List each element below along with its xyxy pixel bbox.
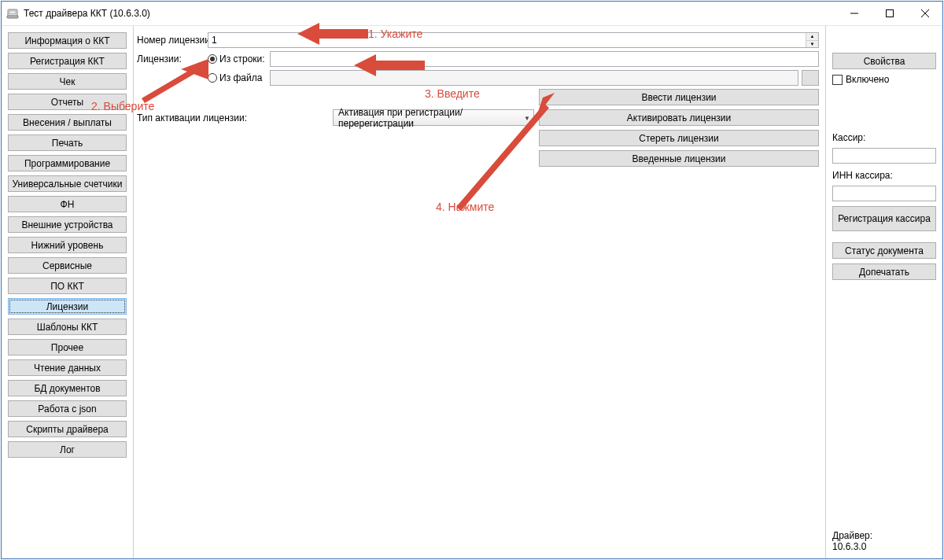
activate-licenses-button[interactable]: Активировать лицензии [539,109,819,126]
sidebar-item-lowlevel[interactable]: Нижний уровень [8,237,127,253]
license-string-input[interactable] [270,51,819,67]
sidebar-item-programming[interactable]: Программирование [8,155,127,171]
sidebar-item-service[interactable]: Сервисные [8,257,127,274]
sidebar-item-licenses[interactable]: Лицензии [8,298,127,315]
spinner-buttons: ▲ ▼ [806,33,818,47]
enabled-checkbox-row[interactable]: Включено [832,74,936,85]
sidebar-item-other[interactable]: Прочее [8,339,127,356]
sidebar-item-check[interactable]: Чек [8,73,127,90]
svg-rect-2 [7,16,18,18]
maximize-button[interactable] [872,2,907,25]
license-file-input [270,70,798,86]
svg-rect-4 [886,10,893,17]
radio-from-string[interactable]: Из строки: [208,53,267,64]
svg-rect-1 [9,11,16,13]
close-button[interactable] [907,2,942,25]
main-panel: Номер лицензии: ▲ ▼ Лицензии: Из строки: [134,26,826,558]
minimize-button[interactable] [836,2,872,25]
driver-info: Драйвер: 10.6.3.0 [832,530,936,552]
spinner-down[interactable]: ▼ [806,41,818,48]
sidebar-item-info[interactable]: Информация о ККТ [8,32,127,49]
sidebar-item-counters[interactable]: Универсальные счетчики [8,175,127,192]
doc-status-button[interactable]: Статус документа [832,242,936,259]
sidebar-item-deposits[interactable]: Внесения / выплаты [8,114,127,131]
sidebar-item-docdb[interactable]: БД документов [8,380,127,396]
sidebar-item-json[interactable]: Работа с json [8,400,127,417]
properties-button[interactable]: Свойства [832,53,936,69]
sidebar-item-external[interactable]: Внешние устройства [8,216,127,233]
radio-from-file[interactable]: Из файла [208,72,267,83]
enabled-label: Включено [846,74,889,85]
cashier-label: Кассир: [832,132,936,143]
radio-from-file-label: Из файла [219,72,262,83]
sidebar-item-firmware[interactable]: ПО ККТ [8,278,127,294]
reprint-button[interactable]: Допечатать [832,263,936,280]
licenses-label: Лицензии: [137,53,205,64]
entered-licenses-button[interactable]: Введенные лицензии [539,150,819,167]
cashier-inn-input[interactable] [832,186,936,201]
sidebar-item-fn[interactable]: ФН [8,196,127,212]
app-icon [6,7,19,20]
sidebar-item-print[interactable]: Печать [8,134,127,151]
sidebar: Информация о ККТ Регистрация ККТ Чек Отч… [2,26,134,558]
sidebar-item-registration[interactable]: Регистрация ККТ [8,53,127,69]
browse-file-button[interactable] [802,70,819,86]
window-controls [836,2,942,25]
window-body: Информация о ККТ Регистрация ККТ Чек Отч… [2,25,942,558]
radio-from-string-label: Из строки: [219,53,265,64]
activation-type-combo[interactable]: Активация при регистрации/перерегистраци… [333,109,534,126]
license-number-input[interactable] [208,33,806,47]
titlebar: Тест драйвера ККТ (10.6.3.0) [2,2,942,25]
driver-version: 10.6.3.0 [832,541,936,552]
sidebar-item-scripts[interactable]: Скрипты драйвера [8,421,127,437]
cashier-input[interactable] [832,148,936,164]
license-number-spinbox[interactable]: ▲ ▼ [208,32,819,48]
cashier-inn-label: ИНН кассира: [832,170,936,181]
radio-from-file-dot[interactable] [208,73,217,83]
activation-type-value: Активация при регистрации/перерегистраци… [338,107,519,129]
register-cashier-button[interactable]: Регистрация кассира [832,206,936,231]
spinner-up[interactable]: ▲ [806,33,818,41]
enter-licenses-button[interactable]: Ввести лицензии [539,89,819,105]
window-title: Тест драйвера ККТ (10.6.3.0) [24,8,836,19]
sidebar-item-readdata[interactable]: Чтение данных [8,359,127,376]
app-window: Тест драйвера ККТ (10.6.3.0) Информация … [1,1,943,559]
annotation-4: 4. Нажмите [436,201,494,213]
enabled-checkbox[interactable] [832,75,843,85]
activation-type-label: Тип активации лицензии: [137,112,247,123]
sidebar-item-reports[interactable]: Отчеты [8,94,127,110]
sidebar-item-log[interactable]: Лог [8,441,127,458]
sidebar-item-templates[interactable]: Шаблоны ККТ [8,319,127,335]
radio-from-string-dot[interactable] [208,54,217,64]
license-number-label: Номер лицензии: [137,35,205,46]
driver-label: Драйвер: [832,530,936,541]
erase-licenses-button[interactable]: Стереть лицензии [539,130,819,146]
right-panel: Свойства Включено Кассир: ИНН кассира: Р… [826,26,942,558]
